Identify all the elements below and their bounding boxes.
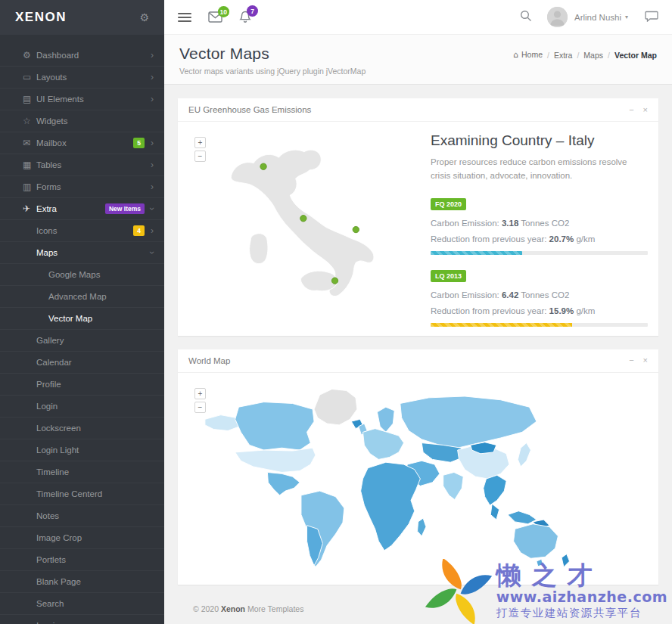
sidebar-item-vector-map[interactable]: Vector Map [0,308,164,330]
sidebar-item-timeline[interactable]: Timeline [0,461,164,483]
sidebar-item-image-crop[interactable]: Image Crop [0,527,164,549]
messages-count-badge: 10 [218,6,229,17]
breadcrumb-item-vector-map: Vector Map [614,51,657,60]
map-zoom-controls: + − [194,388,206,415]
chevron-right-icon: › [151,138,154,147]
sidebar-item-portlets[interactable]: Portlets [0,549,164,571]
period-badge: LQ 2013 [431,270,466,282]
hamburger-menu-icon[interactable] [178,11,191,24]
russia [400,396,537,448]
malay-peninsula [490,504,499,520]
sidebar-item-ui-elements[interactable]: ▤UI Elements› [0,88,164,110]
italy-mainland [231,150,374,296]
sidebar-item-gallery[interactable]: Gallery [0,330,164,352]
chat-button[interactable] [645,11,658,24]
chevron-right-icon: › [151,182,154,191]
mailbox-icon: ✉ [23,138,36,148]
sidebar-item-layouts[interactable]: ▭Layouts› [0,67,164,88]
sidebar-item-label: Vector Map [48,314,154,323]
marker-bari [353,226,359,232]
progress-track [431,251,648,255]
breadcrumb-item-home[interactable]: ⌂ Home [513,50,543,60]
minimize-icon[interactable]: − [629,356,633,365]
reduction-line: Reduction from previous year: 15.9% g/km [431,306,648,315]
zoom-in-button[interactable]: + [194,137,206,148]
sidebar-item-label: Timeline Centerd [36,489,154,498]
sidebar-item-timeline-centerd[interactable]: Timeline Centerd [0,483,164,505]
sidebar-item-notes[interactable]: Notes [0,505,164,527]
indonesia [508,511,537,523]
sidebar-item-label: Dashboard [36,51,151,60]
sidebar-item-widgets[interactable]: ☆Widgets [0,110,164,132]
sidebar-item-invoice[interactable]: Invoice [0,615,164,624]
extra-icon: ✈ [23,203,36,214]
panel-title: World Map [188,356,230,365]
sidebar-item-mailbox[interactable]: ✉Mailbox5› [0,132,164,154]
sidebar-item-label: Image Crop [36,533,154,542]
europe [362,428,403,459]
zoom-out-button[interactable]: − [194,402,206,413]
sidebar-item-tables[interactable]: ▦Tables› [0,154,164,176]
sidebar-item-profile[interactable]: Profile [0,374,164,396]
sidebar-item-label: Icons [36,226,133,235]
sidebar-item-label: Tables [36,160,151,169]
user-menu[interactable]: Arlind Nushi ▾ [547,7,628,27]
zoom-in-button[interactable]: + [194,388,206,399]
notifications-button[interactable]: 7 [239,11,251,23]
sidebar-item-label: Search [36,599,154,608]
italy-map-svg [188,131,415,320]
sidebar-item-advanced-map[interactable]: Advanced Map [0,286,164,308]
italy-vector-map[interactable]: + − [188,131,415,320]
sidebar-item-dashboard[interactable]: ⚙Dashboard› [0,45,164,67]
world-vector-map[interactable]: + − [188,382,648,576]
badge-5: 5 [133,138,145,148]
sidebar-item-label: Calendar [36,358,154,367]
breadcrumb-separator: / [577,51,579,60]
sidebar-item-label: Portlets [36,555,154,564]
zoom-out-button[interactable]: − [194,151,206,162]
sidebar-item-google-maps[interactable]: Google Maps [0,264,164,286]
breadcrumb-separator: / [608,51,610,60]
panel-eu-emissions-body: + − [178,122,658,336]
japan [518,442,530,466]
sidebar-item-label: Google Maps [48,270,154,279]
top-navbar: 10 7 [164,0,672,35]
sidebar-item-forms[interactable]: ▥Forms› [0,176,164,198]
emissions-details: Examining Country – Italy Proper resourc… [415,131,648,327]
marker-rome [300,216,306,222]
alaska [205,414,240,430]
sidebar-item-label: Login Light [36,445,154,455]
close-icon[interactable]: × [643,106,648,114]
sidebar-item-blank-page[interactable]: Blank Page [0,571,164,593]
sidebar-item-label: Layouts [36,73,151,82]
avatar-placeholder-icon [547,7,568,27]
sidebar-item-icons[interactable]: Icons4› [0,220,164,242]
sidebar-item-maps[interactable]: Maps› [0,242,164,264]
dashboard-icon: ⚙ [23,50,36,61]
panel-actions: − × [629,106,648,114]
messages-button[interactable]: 10 [208,11,222,23]
sidebar-item-label: UI Elements [36,95,151,104]
gear-icon[interactable]: ⚙ [139,11,149,23]
watermark-title: 懒之才 [496,563,667,589]
sardinia [250,234,268,264]
breadcrumb-item-extra[interactable]: Extra [554,51,573,60]
map-zoom-controls: + − [194,137,206,164]
sidebar-item-label: Timeline [36,467,154,477]
sidebar-item-extra[interactable]: ✈ExtraNew Items› [0,198,164,220]
navbar-right: Arlind Nushi ▾ [520,7,658,27]
sidebar-item-label: Login [36,402,154,411]
sidebar-item-calendar[interactable]: Calendar [0,352,164,374]
minimize-icon[interactable]: − [629,106,633,114]
sidebar-item-login-light[interactable]: Login Light [0,439,164,461]
chevron-down-icon: › [148,207,157,210]
breadcrumb-item-maps[interactable]: Maps [583,51,603,60]
sidebar-item-lockscreen[interactable]: Lockscreen [0,418,164,439]
sidebar-item-search[interactable]: Search [0,593,164,615]
sidebar-item-login[interactable]: Login [0,396,164,418]
navbar-left: 10 7 [178,11,268,24]
panel-eu-emissions-header: EU Greenhouse Gas Emissions − × [178,98,658,122]
africa [361,462,421,551]
search-button[interactable] [520,10,532,24]
close-icon[interactable]: × [643,356,648,365]
